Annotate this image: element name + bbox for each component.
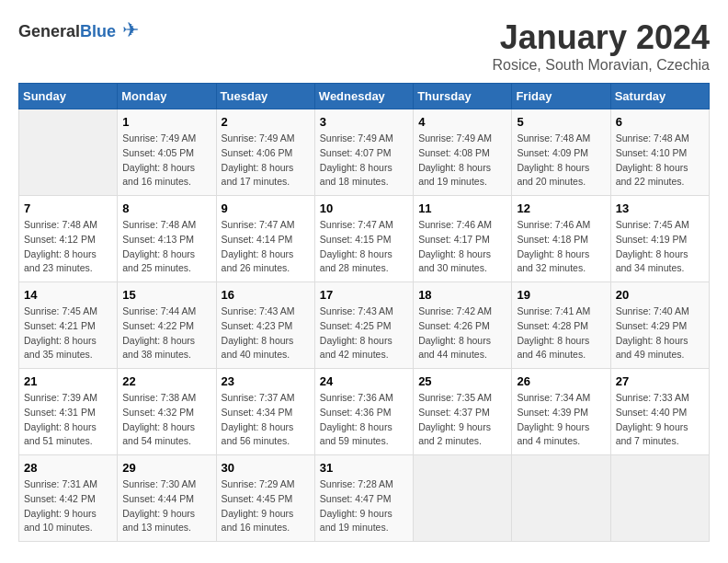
day-info: Sunrise: 7:48 AMSunset: 4:10 PMDaylight:… — [616, 132, 704, 190]
day-info: Sunrise: 7:48 AMSunset: 4:09 PMDaylight:… — [517, 132, 605, 190]
day-info: Sunrise: 7:47 AMSunset: 4:15 PMDaylight:… — [320, 218, 408, 276]
calendar-cell: 13Sunrise: 7:45 AMSunset: 4:19 PMDayligh… — [610, 196, 709, 282]
day-number: 30 — [222, 461, 310, 475]
calendar-cell: 6Sunrise: 7:48 AMSunset: 4:10 PMDaylight… — [610, 109, 709, 196]
day-number: 31 — [320, 461, 408, 475]
day-number: 24 — [320, 374, 408, 388]
day-number: 3 — [320, 115, 408, 129]
logo-bird-icon: ✈ — [122, 18, 139, 41]
calendar-cell: 11Sunrise: 7:46 AMSunset: 4:17 PMDayligh… — [414, 196, 512, 282]
calendar-table: SundayMondayTuesdayWednesdayThursdayFrid… — [18, 83, 710, 542]
day-info: Sunrise: 7:45 AMSunset: 4:19 PMDaylight:… — [616, 218, 704, 276]
month-title: January 2024 — [492, 18, 710, 57]
day-info: Sunrise: 7:39 AMSunset: 4:31 PMDaylight:… — [24, 391, 112, 449]
calendar-cell: 4Sunrise: 7:49 AMSunset: 4:08 PMDaylight… — [414, 109, 512, 196]
day-number: 17 — [320, 288, 408, 302]
day-number: 2 — [222, 115, 310, 129]
calendar-cell — [19, 109, 118, 196]
calendar-cell: 9Sunrise: 7:47 AMSunset: 4:14 PMDaylight… — [216, 196, 314, 282]
day-info: Sunrise: 7:31 AMSunset: 4:42 PMDaylight:… — [24, 477, 112, 535]
logo: GeneralBlue ✈ — [18, 18, 139, 42]
logo-general: General — [18, 22, 80, 40]
header-saturday: Saturday — [610, 84, 709, 109]
day-number: 18 — [418, 288, 506, 302]
header-friday: Friday — [512, 84, 610, 109]
day-number: 22 — [122, 374, 210, 388]
day-info: Sunrise: 7:49 AMSunset: 4:08 PMDaylight:… — [418, 132, 506, 190]
day-number: 11 — [418, 201, 506, 215]
calendar-cell — [610, 455, 709, 542]
day-number: 9 — [222, 201, 310, 215]
day-info: Sunrise: 7:43 AMSunset: 4:23 PMDaylight:… — [222, 304, 310, 362]
calendar-cell: 7Sunrise: 7:48 AMSunset: 4:12 PMDaylight… — [19, 196, 118, 282]
calendar-cell: 5Sunrise: 7:48 AMSunset: 4:09 PMDaylight… — [512, 109, 610, 196]
day-info: Sunrise: 7:49 AMSunset: 4:06 PMDaylight:… — [222, 132, 310, 190]
day-info: Sunrise: 7:36 AMSunset: 4:36 PMDaylight:… — [320, 391, 408, 449]
day-number: 20 — [616, 288, 704, 302]
day-info: Sunrise: 7:33 AMSunset: 4:40 PMDaylight:… — [616, 391, 704, 449]
day-info: Sunrise: 7:48 AMSunset: 4:13 PMDaylight:… — [122, 218, 210, 276]
calendar-cell: 25Sunrise: 7:35 AMSunset: 4:37 PMDayligh… — [414, 369, 512, 455]
calendar-cell: 1Sunrise: 7:49 AMSunset: 4:05 PMDaylight… — [118, 109, 216, 196]
calendar-header: SundayMondayTuesdayWednesdayThursdayFrid… — [19, 84, 710, 109]
day-number: 12 — [517, 201, 605, 215]
calendar-cell: 2Sunrise: 7:49 AMSunset: 4:06 PMDaylight… — [216, 109, 314, 196]
day-info: Sunrise: 7:35 AMSunset: 4:37 PMDaylight:… — [418, 391, 506, 449]
day-info: Sunrise: 7:37 AMSunset: 4:34 PMDaylight:… — [222, 391, 310, 449]
calendar-cell: 27Sunrise: 7:33 AMSunset: 4:40 PMDayligh… — [610, 369, 709, 455]
day-info: Sunrise: 7:46 AMSunset: 4:17 PMDaylight:… — [418, 218, 506, 276]
day-info: Sunrise: 7:46 AMSunset: 4:18 PMDaylight:… — [517, 218, 605, 276]
logo-blue: Blue — [80, 22, 116, 40]
day-info: Sunrise: 7:30 AMSunset: 4:44 PMDaylight:… — [122, 477, 210, 535]
day-number: 25 — [418, 374, 506, 388]
calendar-cell: 10Sunrise: 7:47 AMSunset: 4:15 PMDayligh… — [314, 196, 413, 282]
calendar-cell: 14Sunrise: 7:45 AMSunset: 4:21 PMDayligh… — [19, 282, 118, 369]
calendar-cell: 12Sunrise: 7:46 AMSunset: 4:18 PMDayligh… — [512, 196, 610, 282]
day-info: Sunrise: 7:48 AMSunset: 4:12 PMDaylight:… — [24, 218, 112, 276]
day-info: Sunrise: 7:28 AMSunset: 4:47 PMDaylight:… — [320, 477, 408, 535]
calendar-cell: 23Sunrise: 7:37 AMSunset: 4:34 PMDayligh… — [216, 369, 314, 455]
day-info: Sunrise: 7:34 AMSunset: 4:39 PMDaylight:… — [517, 391, 605, 449]
day-number: 26 — [517, 374, 605, 388]
calendar-cell: 3Sunrise: 7:49 AMSunset: 4:07 PMDaylight… — [314, 109, 413, 196]
calendar-cell: 17Sunrise: 7:43 AMSunset: 4:25 PMDayligh… — [314, 282, 413, 369]
page-header: GeneralBlue ✈ January 2024 Rosice, South… — [18, 18, 710, 74]
day-number: 13 — [616, 201, 704, 215]
day-number: 10 — [320, 201, 408, 215]
day-info: Sunrise: 7:42 AMSunset: 4:26 PMDaylight:… — [418, 304, 506, 362]
calendar-cell: 15Sunrise: 7:44 AMSunset: 4:22 PMDayligh… — [118, 282, 216, 369]
calendar-cell: 26Sunrise: 7:34 AMSunset: 4:39 PMDayligh… — [512, 369, 610, 455]
day-number: 23 — [222, 374, 310, 388]
day-number: 8 — [122, 201, 210, 215]
day-info: Sunrise: 7:45 AMSunset: 4:21 PMDaylight:… — [24, 304, 112, 362]
day-info: Sunrise: 7:44 AMSunset: 4:22 PMDaylight:… — [122, 304, 210, 362]
calendar-cell: 22Sunrise: 7:38 AMSunset: 4:32 PMDayligh… — [118, 369, 216, 455]
day-number: 4 — [418, 115, 506, 129]
calendar-cell: 28Sunrise: 7:31 AMSunset: 4:42 PMDayligh… — [19, 455, 118, 542]
calendar-cell: 21Sunrise: 7:39 AMSunset: 4:31 PMDayligh… — [19, 369, 118, 455]
header-thursday: Thursday — [414, 84, 512, 109]
day-number: 5 — [517, 115, 605, 129]
day-number: 27 — [616, 374, 704, 388]
day-number: 1 — [122, 115, 210, 129]
calendar-cell: 16Sunrise: 7:43 AMSunset: 4:23 PMDayligh… — [216, 282, 314, 369]
calendar-cell: 29Sunrise: 7:30 AMSunset: 4:44 PMDayligh… — [118, 455, 216, 542]
calendar-cell: 18Sunrise: 7:42 AMSunset: 4:26 PMDayligh… — [414, 282, 512, 369]
calendar-cell — [414, 455, 512, 542]
day-number: 14 — [24, 288, 112, 302]
calendar-cell: 19Sunrise: 7:41 AMSunset: 4:28 PMDayligh… — [512, 282, 610, 369]
calendar-cell — [512, 455, 610, 542]
day-info: Sunrise: 7:47 AMSunset: 4:14 PMDaylight:… — [222, 218, 310, 276]
calendar-cell: 31Sunrise: 7:28 AMSunset: 4:47 PMDayligh… — [314, 455, 413, 542]
location: Rosice, South Moravian, Czechia — [492, 57, 710, 74]
day-number: 6 — [616, 115, 704, 129]
header-monday: Monday — [118, 84, 216, 109]
day-info: Sunrise: 7:40 AMSunset: 4:29 PMDaylight:… — [616, 304, 704, 362]
day-number: 21 — [24, 374, 112, 388]
calendar-cell: 24Sunrise: 7:36 AMSunset: 4:36 PMDayligh… — [314, 369, 413, 455]
day-info: Sunrise: 7:49 AMSunset: 4:05 PMDaylight:… — [122, 132, 210, 190]
day-info: Sunrise: 7:29 AMSunset: 4:45 PMDaylight:… — [222, 477, 310, 535]
day-number: 15 — [122, 288, 210, 302]
header-sunday: Sunday — [19, 84, 118, 109]
day-number: 28 — [24, 461, 112, 475]
